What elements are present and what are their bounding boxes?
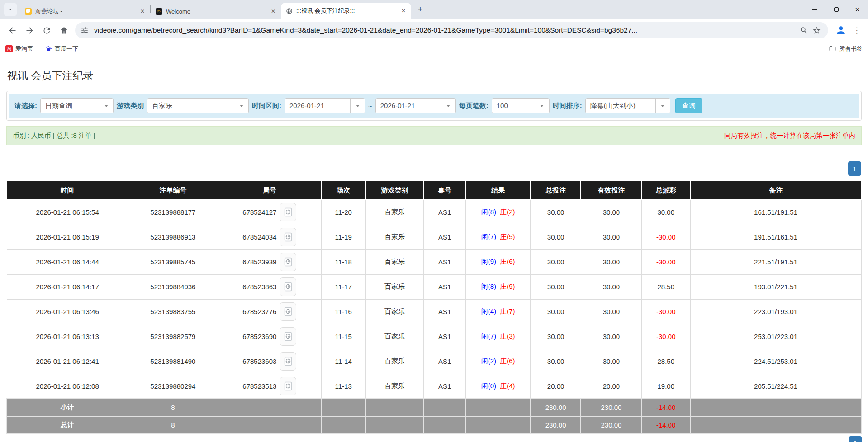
video-replay-button[interactable] [280,277,296,296]
maximize-button[interactable] [825,0,847,19]
cell-bet-id: 523139882579 [128,324,218,349]
table-row: 2026-01-21 06:14:44 523139885745 6785239… [7,249,861,274]
cell-valid-bet: 30.00 [581,249,641,274]
tab-title: Welcome [166,8,266,15]
date-start-input[interactable]: 2026-01-21 [285,98,365,113]
cell-total-bet[interactable]: 30.00 [531,274,581,299]
baidu-paw-icon [45,45,52,52]
video-replay-button[interactable] [280,203,296,221]
chevron-down-icon[interactable] [535,99,549,113]
tab-bet-records-active[interactable]: :::视讯 会员下注纪录::: ✕ [281,3,411,19]
film-replay-icon [284,381,292,391]
home-button[interactable] [55,22,72,39]
cell-total-bet[interactable]: 30.00 [531,200,581,225]
table-row: 2026-01-21 06:15:19 523139886913 6785240… [7,225,861,249]
header-bet-id: 注单编号 [128,181,218,200]
video-replay-button[interactable] [280,253,296,271]
cell-result: 闲(8) 庄(9) [465,274,531,299]
cell-total-bet[interactable]: 30.00 [531,349,581,374]
video-replay-button[interactable] [280,302,296,321]
tab-close-icon[interactable]: ✕ [269,7,277,15]
result-banker: 庄(6) [500,357,515,365]
video-replay-button[interactable] [280,228,296,246]
minimize-icon [812,9,817,10]
date-end-input[interactable]: 2026-01-21 [375,98,456,113]
round-number: 678523603 [242,357,276,365]
page-button-1[interactable]: 1 [848,161,861,176]
video-replay-button[interactable] [280,352,296,371]
tab-haiyan-forum[interactable]: 海燕论坛 - ✕ [20,4,150,19]
cell-total-bet[interactable]: 30.00 [531,249,581,274]
minimize-button[interactable] [804,0,825,19]
query-button[interactable]: 查询 [675,98,702,113]
result-player: 闲(8) [481,208,496,216]
tab-search-button[interactable] [4,3,17,16]
pagination-bottom-partial[interactable]: 1 [849,436,862,442]
chevron-down-icon[interactable] [441,99,455,113]
cell-total-bet[interactable]: 30.00 [531,225,581,249]
new-tab-button[interactable]: + [414,3,427,16]
cell-bet-id: 523139888177 [128,200,218,225]
window-controls: ✕ [804,0,868,19]
result-player: 闲(9) [481,258,496,265]
back-button[interactable] [4,22,21,39]
reload-button[interactable] [38,22,55,39]
query-type-select[interactable]: 日期查询 [40,98,114,113]
cell-total-bet[interactable]: 30.00 [531,299,581,324]
cell-result: 闲(0) 庄(4) [465,374,531,399]
back-arrow-icon [8,26,17,35]
bookmark-taobao[interactable]: 淘 爱淘宝 [5,45,33,53]
chevron-down-icon[interactable] [234,99,248,113]
summary-currency-count: 币别 : 人民币 | 总共 :8 注单 | [13,132,95,140]
tab-welcome[interactable]: ♔ Welcome ✕ [151,4,281,19]
cell-round: 678524034 [218,225,322,249]
address-bar[interactable]: videoie.com/game/betrecord_search/kind3?… [75,22,828,38]
tab-close-icon[interactable]: ✕ [399,7,408,15]
query-type-value: 日期查询 [41,99,99,113]
sort-label: 时间排序: [553,102,582,110]
bet-records-table: 时间 注单编号 局号 场次 游戏类别 桌号 结果 总投注 有效投注 总派彩 备注… [6,181,862,434]
per-page-select[interactable]: 100 [492,98,550,113]
cell-payout: 28.50 [641,274,690,299]
cell-time: 2026-01-21 06:13:13 [7,324,128,349]
cell-time: 2026-01-21 06:15:19 [7,225,128,249]
cell-bet-id: 523139881490 [128,349,218,374]
tab-close-icon[interactable]: ✕ [138,7,147,15]
browser-menu-button[interactable]: ⋮ [849,22,864,38]
result-banker: 庄(4) [500,382,515,390]
forward-button[interactable] [21,22,38,39]
all-bookmarks-button[interactable]: 所有书签 [829,45,863,53]
bookmark-star-button[interactable] [810,24,823,37]
site-info-button[interactable] [81,26,89,34]
video-replay-button[interactable] [280,377,296,395]
chevron-down-icon[interactable] [99,99,113,113]
sort-select[interactable]: 降冪(由大到小) [585,98,670,113]
summary-notice: 同局有效投注，统一计算在该局第一张注单内 [724,132,855,140]
url-text[interactable]: videoie.com/game/betrecord_search/kind3?… [94,26,793,34]
film-replay-icon [284,282,292,292]
cell-total-bet[interactable]: 30.00 [531,324,581,349]
result-banker: 庄(3) [500,332,515,340]
cell-round: 678523690 [218,324,322,349]
close-window-button[interactable]: ✕ [847,0,868,19]
cell-table-no: AS1 [424,299,466,324]
profile-button[interactable] [833,22,849,38]
pagination-top: 1 [6,161,861,176]
video-replay-button[interactable] [280,327,296,346]
total-total-bet: 230.00 [531,416,581,434]
result-banker: 庄(5) [500,233,515,240]
cell-round: 678524127 [218,200,322,225]
maximize-icon [834,7,839,12]
cell-total-bet[interactable]: 20.00 [531,374,581,399]
game-type-select[interactable]: 百家乐 [147,98,249,113]
cell-result: 闲(2) 庄(6) [465,349,531,374]
result-player: 闲(8) [481,282,496,290]
cell-game-type: 百家乐 [365,374,423,399]
cell-valid-bet: 30.00 [581,200,641,225]
zoom-button[interactable] [797,24,810,37]
bookmark-baidu[interactable]: 百度一下 [45,45,78,53]
cell-game-type: 百家乐 [365,200,423,225]
chevron-down-icon[interactable] [655,99,670,113]
chevron-down-icon[interactable] [350,99,365,113]
page-title: 视讯 会员下注纪录 [7,69,862,83]
